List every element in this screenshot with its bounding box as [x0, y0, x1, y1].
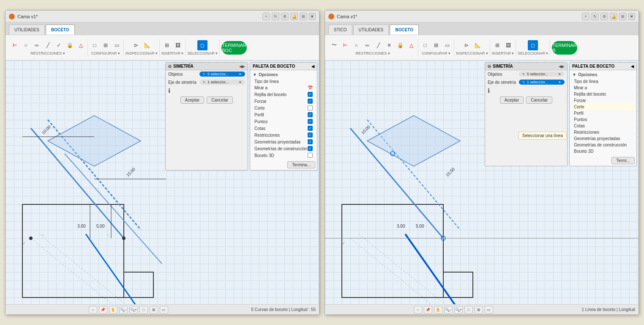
- checkbox-puntos-left[interactable]: ✓: [308, 119, 313, 124]
- paleta-collapse-icon-right[interactable]: ◀: [631, 64, 634, 69]
- paleta-item-puntos-left[interactable]: Puntos ✓: [253, 118, 314, 125]
- panel-arrows-right[interactable]: ◀▶: [559, 64, 565, 69]
- checkbox-rejilla-left[interactable]: ✓: [308, 92, 313, 97]
- aceptar-btn-right[interactable]: Aceptar: [500, 96, 524, 104]
- restrict-icon-r7[interactable]: 🔒: [395, 40, 405, 50]
- cancelar-btn-left[interactable]: Cancelar: [207, 96, 233, 104]
- restrict-icon-r8[interactable]: △: [406, 40, 416, 50]
- notify-btn-right[interactable]: 🔔: [610, 13, 617, 20]
- close-btn-right[interactable]: ✕: [628, 13, 635, 20]
- chip-objetos-x-right[interactable]: ✕: [558, 72, 561, 76]
- checkbox-geoproy-left[interactable]: ✓: [308, 139, 313, 144]
- config-icon-2[interactable]: ⊞: [101, 40, 111, 50]
- checkbox-restricciones-left[interactable]: ✓: [308, 132, 313, 138]
- restrict-icon-3[interactable]: ═: [32, 40, 42, 50]
- terminar-btn-right[interactable]: Termi...: [611, 157, 635, 164]
- tab-utilidades-right[interactable]: UTILIDADES: [353, 25, 389, 35]
- add-tab-btn-right[interactable]: +: [582, 13, 589, 20]
- paleta-item-geocons-left[interactable]: Geometrías de construcción ✓: [253, 145, 314, 152]
- terminar-boceto-btn-left[interactable]: TERMINAR BOC: [221, 41, 247, 55]
- status-icon-8-right[interactable]: ▭: [485, 306, 493, 314]
- restrict-icon-r6[interactable]: ✕: [384, 40, 394, 50]
- insert-icon-2[interactable]: 🖼: [173, 40, 183, 50]
- config-icon-r1[interactable]: □: [420, 40, 430, 50]
- paleta-collapse-icon-left[interactable]: ◀: [311, 64, 314, 69]
- checkbox-geocons-left[interactable]: ✓: [308, 146, 313, 151]
- settings-btn-right[interactable]: ⚙: [600, 13, 608, 20]
- status-icon-5-left[interactable]: 🔍+: [129, 306, 138, 314]
- inspect-icon-1[interactable]: ⊳: [131, 40, 141, 50]
- cancelar-btn-right[interactable]: Cancelar: [526, 96, 552, 104]
- inspect-icon-r1[interactable]: ⊳: [461, 40, 472, 50]
- status-icon-8-left[interactable]: ▭: [160, 306, 168, 314]
- config-icon-3[interactable]: ▭: [112, 40, 122, 50]
- restrict-icon-2[interactable]: ○: [21, 40, 31, 50]
- restrict-icon-r4[interactable]: ═: [362, 40, 372, 50]
- status-icon-3-left[interactable]: ✋: [109, 306, 117, 314]
- status-icon-1-left[interactable]: ↔: [89, 306, 97, 314]
- select-icon-r1[interactable]: ◻: [528, 40, 538, 50]
- status-icon-2-left[interactable]: 📌: [99, 306, 107, 314]
- simetria-chip-objetos-right[interactable]: ↖ 5 seleccior... ✕: [519, 72, 565, 77]
- tab-stico-right[interactable]: STICO: [328, 25, 352, 35]
- status-icon-7-left[interactable]: ⊞: [150, 306, 158, 314]
- config-icon-1[interactable]: □: [90, 40, 100, 50]
- insert-icon-1[interactable]: ⊞: [162, 40, 172, 50]
- refresh-btn-right[interactable]: ↻: [591, 13, 599, 20]
- restrict-icon-1[interactable]: ⊢: [10, 40, 20, 50]
- status-icon-5-right[interactable]: 🔍+: [454, 306, 463, 314]
- calendar-icon-left[interactable]: 📅: [308, 85, 313, 90]
- status-icon-3-right[interactable]: ✋: [434, 306, 442, 314]
- paleta-item-corte-left[interactable]: Corte: [253, 105, 314, 111]
- checkbox-corte-left[interactable]: [308, 105, 313, 110]
- checkbox-forzar-left[interactable]: ✓: [308, 99, 313, 104]
- checkbox-perfil-left[interactable]: ✓: [308, 112, 313, 117]
- paleta-item-cotas-left[interactable]: Cotas ✓: [253, 125, 314, 132]
- tab-boceto-right[interactable]: BOCETO: [390, 25, 419, 35]
- status-icon-4-left[interactable]: 🔍−: [119, 306, 128, 314]
- settings-btn-left[interactable]: ⚙: [281, 13, 289, 20]
- checkbox-cotas-left[interactable]: ✓: [308, 126, 313, 131]
- inspect-icon-2[interactable]: 📐: [142, 40, 152, 50]
- chip-eje-x-left[interactable]: ✕: [239, 80, 242, 84]
- restrict-icon-r1[interactable]: 〜: [329, 40, 339, 50]
- more-btn-left[interactable]: ⊞: [300, 13, 307, 20]
- config-icon-r3[interactable]: ▭: [442, 40, 452, 50]
- inspect-icon-r2[interactable]: 📐: [472, 40, 483, 50]
- paleta-item-forzar-left[interactable]: Forzar ✓: [253, 98, 314, 105]
- config-icon-r2[interactable]: ⊞: [431, 40, 441, 50]
- simetria-chip-eje-left[interactable]: ↖ 1 seleccior... ✕: [199, 80, 245, 85]
- notify-btn-left[interactable]: 🔔: [290, 13, 298, 20]
- simetria-chip-eje-right[interactable]: ↖ 1 seleccior... ✕: [519, 80, 565, 85]
- terminar-btn-left[interactable]: Termina...: [287, 161, 315, 168]
- paleta-item-boceto3d-left[interactable]: Boceto 3D: [253, 152, 314, 159]
- status-icon-2-right[interactable]: 📌: [424, 306, 432, 314]
- close-btn-left[interactable]: ✕: [309, 13, 316, 20]
- tab-utilidades-left[interactable]: UTILIDADES: [9, 25, 45, 35]
- chip-objetos-x-left[interactable]: ✕: [239, 72, 242, 76]
- paleta-item-restricciones-left[interactable]: Restricciones ✓: [253, 132, 314, 138]
- select-icon-1[interactable]: ◻: [197, 40, 207, 50]
- add-tab-btn-left[interactable]: +: [262, 13, 270, 20]
- status-icon-7-right[interactable]: ⊞: [475, 306, 483, 314]
- insert-icon-r2[interactable]: 🖼: [503, 40, 513, 50]
- checkbox-boceto3d-left[interactable]: [308, 153, 313, 158]
- terminar-boceto-btn-right[interactable]: TERMINAR B: [552, 41, 577, 55]
- tab-boceto-left[interactable]: BOCETO: [46, 25, 75, 35]
- insert-icon-r1[interactable]: ⊞: [492, 40, 502, 50]
- restrict-icon-4[interactable]: ╱: [43, 40, 53, 50]
- simetria-chip-objetos-left[interactable]: ↖ 5 seleccior... ✕: [199, 72, 245, 77]
- status-icon-4-right[interactable]: 🔍−: [444, 306, 453, 314]
- status-icon-1-right[interactable]: ↔: [414, 306, 422, 314]
- aceptar-btn-left[interactable]: Aceptar: [180, 96, 204, 104]
- restrict-icon-r2[interactable]: ⊢: [340, 40, 350, 50]
- refresh-btn-left[interactable]: ↻: [272, 13, 279, 20]
- paleta-item-perfil-left[interactable]: Perfil ✓: [253, 111, 314, 118]
- status-icon-6-left[interactable]: □: [139, 306, 148, 314]
- paleta-item-rejilla-left[interactable]: Rejilla del boceto ✓: [253, 91, 314, 98]
- more-btn-right[interactable]: ⊞: [619, 13, 627, 20]
- status-icon-6-right[interactable]: □: [464, 306, 473, 314]
- restrict-icon-r5[interactable]: ╱: [373, 40, 383, 50]
- restrict-icon-6[interactable]: 🔒: [65, 40, 75, 50]
- restrict-icon-r3[interactable]: ○: [351, 40, 361, 50]
